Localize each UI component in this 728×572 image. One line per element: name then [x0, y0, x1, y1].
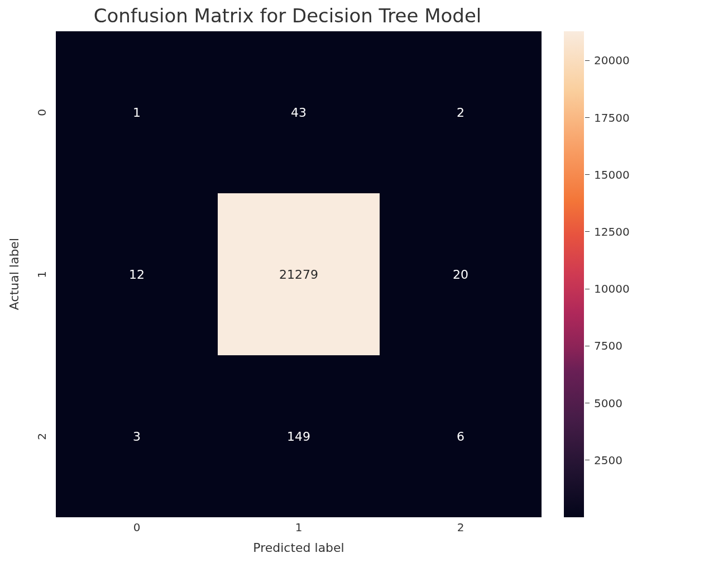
colorbar-tick: 5000 [585, 397, 622, 410]
x-tick-2: 2 [380, 521, 542, 536]
y-tick-labels: 0 1 2 [33, 31, 50, 517]
colorbar-ticks: 2500500075001000012500150001750020000 [585, 31, 652, 517]
colorbar-tick: 7500 [585, 339, 622, 352]
colorbar-tick: 20000 [585, 54, 630, 67]
colorbar-tick: 10000 [585, 282, 630, 295]
x-tick-labels: 0 1 2 [56, 521, 542, 536]
colorbar-tick: 17500 [585, 111, 630, 125]
cell-0-2: 2 [380, 31, 542, 193]
y-tick-2: 2 [35, 433, 49, 440]
chart-title: Confusion Matrix for Decision Tree Model [0, 4, 575, 27]
cell-2-2: 6 [380, 355, 542, 517]
x-tick-1: 1 [218, 521, 380, 536]
cell-1-2: 20 [380, 193, 542, 355]
colorbar [564, 31, 584, 517]
colorbar-tick: 12500 [585, 225, 630, 239]
colorbar-tick: 15000 [585, 168, 630, 182]
x-axis-label: Predicted label [56, 541, 542, 555]
cell-2-1: 149 [218, 355, 380, 517]
y-tick-1: 1 [35, 271, 49, 278]
cell-0-1: 43 [218, 31, 380, 193]
y-tick-0: 0 [35, 109, 49, 116]
y-axis-label-container: Actual label [6, 31, 22, 517]
colorbar-tick: 2500 [585, 454, 622, 467]
y-axis-label: Actual label [7, 238, 21, 310]
cell-1-0: 12 [56, 193, 218, 355]
figure: Confusion Matrix for Decision Tree Model… [0, 0, 728, 572]
heatmap: 1 43 2 12 21279 20 3 149 6 [56, 31, 542, 517]
cell-2-0: 3 [56, 355, 218, 517]
x-tick-0: 0 [56, 521, 218, 536]
cell-0-0: 1 [56, 31, 218, 193]
cell-1-1: 21279 [218, 193, 380, 355]
